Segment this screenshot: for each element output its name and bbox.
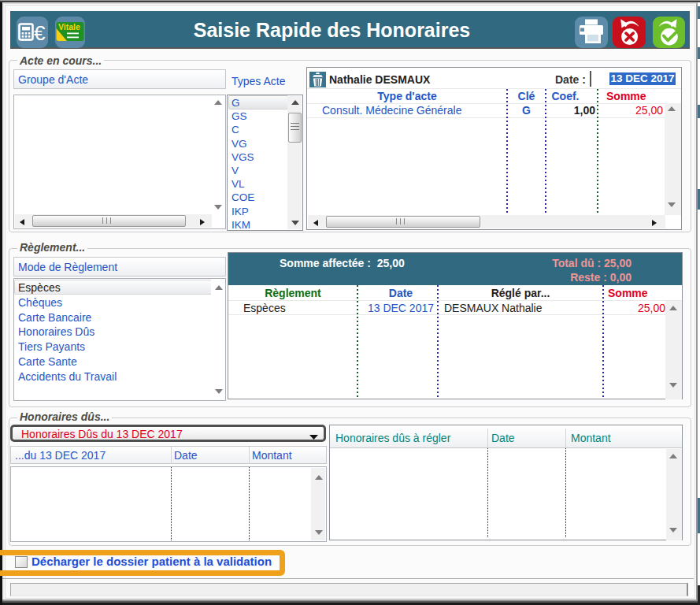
svg-text:€: €: [34, 21, 46, 45]
svg-text:Vitale: Vitale: [58, 22, 80, 32]
